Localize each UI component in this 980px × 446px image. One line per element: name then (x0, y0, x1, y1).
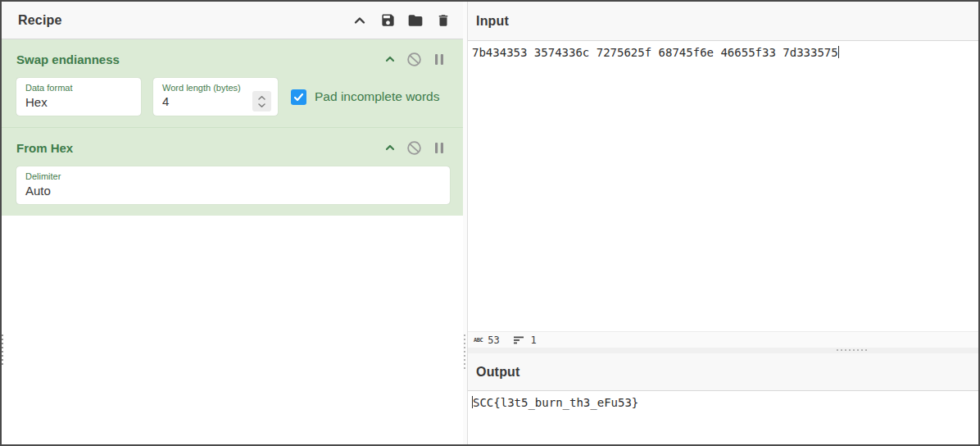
checkbox-checked-icon[interactable] (291, 89, 306, 105)
operation-swap-endianness[interactable]: Swap endianness (2, 39, 463, 127)
output-pane: Output SCC{l3t5_burn_th3_eFu53} (468, 353, 978, 444)
output-text: SCC{l3t5_burn_th3_eFu53} (473, 396, 638, 409)
ingredient-value: Auto (25, 183, 442, 199)
line-count: 1 (531, 334, 537, 346)
collapse-operation-icon[interactable] (382, 140, 397, 156)
save-recipe-icon[interactable] (379, 12, 396, 29)
breakpoint-pause-icon[interactable] (431, 140, 447, 156)
char-count-icon: ABC (474, 337, 483, 344)
ingredient-label: Data format (25, 83, 133, 93)
operations-splitter-handle[interactable] (2, 334, 3, 365)
input-pane: Input 7b434353 3574336c 7275625f 68745f6… (468, 2, 978, 348)
recipe-header-icons (352, 12, 451, 29)
data-format-select[interactable]: Data format Hex (16, 78, 141, 116)
recipe-io-splitter-handle[interactable] (464, 334, 465, 369)
input-caret (838, 46, 839, 58)
io-panel: Input 7b434353 3574336c 7275625f 68745f6… (467, 2, 978, 444)
line-count-icon (514, 335, 524, 344)
input-output-splitter-handle[interactable] (837, 349, 867, 351)
recipe-io-splitter[interactable] (463, 2, 467, 444)
open-folder-icon[interactable] (407, 12, 424, 29)
recipe-list: Swap endianness (2, 39, 463, 444)
input-text: 7b434353 3574336c 7275625f 68745f6e 4665… (472, 46, 838, 59)
operation-from-hex[interactable]: From Hex Delim (2, 127, 463, 216)
operation-title-row: From Hex (16, 139, 450, 156)
checkbox-label: Pad incomplete words (315, 89, 440, 104)
operation-title-row: Swap endianness (16, 51, 450, 67)
operation-name: From Hex (16, 141, 382, 155)
cyberchef-window: Recipe Swap endianness (0, 0, 980, 446)
collapse-recipe-icon[interactable] (352, 12, 368, 29)
breakpoint-pause-icon[interactable] (431, 52, 447, 67)
operation-name: Swap endianness (16, 52, 382, 66)
input-statusbar: ABC 53 1 (468, 331, 978, 348)
ingredient-value: Hex (25, 94, 133, 111)
input-output-splitter[interactable] (468, 348, 978, 353)
recipe-panel: Recipe Swap endianness (2, 2, 463, 444)
disable-operation-icon[interactable] (406, 140, 422, 156)
number-stepper[interactable] (252, 91, 271, 112)
collapse-operation-icon[interactable] (382, 52, 397, 67)
input-textarea[interactable]: 7b434353 3574336c 7275625f 68745f6e 4665… (468, 41, 978, 331)
pad-incomplete-words-checkbox[interactable]: Pad incomplete words (291, 89, 440, 105)
output-textarea[interactable]: SCC{l3t5_burn_th3_eFu53} (468, 391, 978, 444)
word-length-field[interactable] (162, 94, 236, 108)
recipe-header: Recipe (2, 2, 463, 39)
word-length-input: Word length (bytes) (153, 78, 278, 116)
recipe-title: Recipe (18, 13, 352, 28)
delimiter-select[interactable]: Delimiter Auto (16, 166, 450, 204)
disable-operation-icon[interactable] (406, 52, 422, 67)
input-title: Input (476, 14, 509, 29)
ingredient-label: Delimiter (25, 171, 442, 182)
trash-icon[interactable] (435, 12, 451, 29)
input-header: Input (468, 2, 978, 41)
output-title: Output (476, 365, 520, 380)
output-header: Output (468, 353, 978, 391)
char-count: 53 (488, 334, 499, 346)
